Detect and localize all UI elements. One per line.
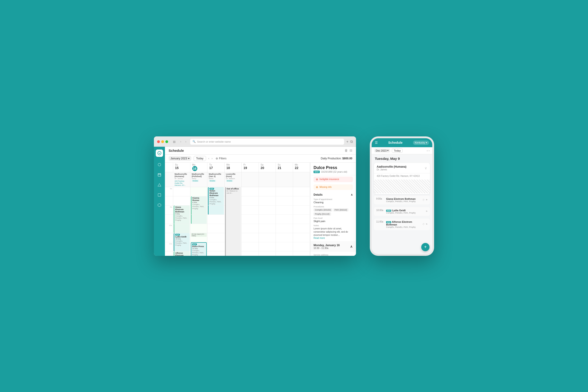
mobile-menu-icon[interactable]: ☰ xyxy=(375,141,378,144)
sidebar-icon-square[interactable] xyxy=(156,192,162,198)
chevron-down-icon: ▾ xyxy=(387,149,389,152)
address-bar[interactable]: 🔍 Search or enter website name xyxy=(190,139,344,145)
alert-missing-text: Missing info xyxy=(320,186,332,188)
time-11a: 11a xyxy=(165,242,173,252)
page-title: Schedule xyxy=(168,148,184,152)
mobile-month-selector[interactable]: Dec 2023 ▾ xyxy=(374,148,390,152)
cal-scroll[interactable]: 8a 9a 10a 11a 12p xyxy=(165,187,310,256)
browser-icons: ▤ xyxy=(172,140,176,144)
procedures-label: Procedures xyxy=(314,206,353,208)
mobile-loc-name: Aadisonville (Humana) xyxy=(377,165,406,168)
loc-extra3 xyxy=(276,172,293,187)
day-col-sa20[interactable]: Sa 20 xyxy=(259,162,276,172)
notes-label: Notes xyxy=(314,224,353,227)
proc-prophy: Prophy (D1110) xyxy=(314,212,331,216)
time-830 xyxy=(165,196,173,206)
mobile-location[interactable]: Kentucky ▾ xyxy=(413,140,429,145)
appt-out-of-office[interactable]: Out of office Dr. Watson is out of... xyxy=(225,187,241,256)
month-selector[interactable]: January 2023 ▾ xyxy=(168,156,191,161)
mobile-toolbar: Dec 2023 ▾ Today ‹ › xyxy=(372,147,432,154)
sidebar-icon-triangle[interactable] xyxy=(156,182,162,188)
col-sa20 xyxy=(259,187,276,256)
prev-week-icon[interactable]: ‹ xyxy=(208,156,209,160)
layout-icon[interactable]: ⊟ xyxy=(350,148,352,152)
filters-button[interactable]: ⊜ Filters xyxy=(216,157,226,160)
today-button[interactable]: Today xyxy=(194,156,206,161)
new-badge: NEW xyxy=(386,210,391,212)
back-arrow-icon[interactable]: ‹ xyxy=(179,140,183,144)
mobile-loc-doc: Dr. James xyxy=(377,168,406,171)
day-col-su21[interactable]: Su 21 xyxy=(276,162,293,172)
sidebar-toggle-icon[interactable]: ▤ xyxy=(172,140,176,144)
mobile-appt-lydia[interactable]: 10:00a NEWLydia Geidt CompEx, PerioEx, F… xyxy=(374,207,430,216)
mobile-screen: ☰ Schedule Kentucky ▾ Dec 2023 ▾ Today ‹… xyxy=(372,138,432,254)
filter-icon: ⊜ xyxy=(216,157,218,160)
maximize-button[interactable] xyxy=(166,140,168,143)
mobile-prev-icon[interactable]: ‹ xyxy=(427,149,428,152)
production-label: Daily Production: $800.00 xyxy=(321,157,352,160)
mobile-next-icon[interactable]: › xyxy=(428,149,430,152)
appt-alfonso[interactable]: Alfonso Ekstrom Bothman 11:00a CompEx, P… xyxy=(174,252,190,256)
procedures-tags: CompEx (D0150) FMX (D0210) Prophy (D1110… xyxy=(314,208,353,216)
day-col-fr19[interactable]: Fr 19 xyxy=(242,162,259,172)
sidebar-icon-home[interactable] xyxy=(156,162,162,168)
sidebar-icon-calendar[interactable] xyxy=(156,172,162,178)
collapse-appt-icon[interactable]: ∧ xyxy=(350,244,353,249)
add-fab-button[interactable]: + xyxy=(421,243,430,251)
alert-missing-info[interactable]: ⊗ Missing info xyxy=(314,184,353,190)
day-col-mo16[interactable]: Mo 16 xyxy=(190,162,208,172)
collapse-icon[interactable]: ∧ xyxy=(351,193,353,196)
details-section-header: Details ∧ xyxy=(314,193,353,196)
day-col-mo22[interactable]: Mo 22 xyxy=(293,162,310,172)
location-headers: Madisonville (Humana) Dr. James 420 Fact… xyxy=(165,172,310,187)
time-930 xyxy=(165,215,173,224)
sidebar-icon-hex[interactable] xyxy=(156,202,162,208)
next-week-icon[interactable]: › xyxy=(212,156,212,160)
alert-insurance-text: Ineligible insurance xyxy=(320,178,339,180)
loc-extra2 xyxy=(259,172,276,187)
add-tab-icon[interactable]: + xyxy=(346,140,348,144)
svg-marker-7 xyxy=(158,204,161,206)
forward-arrow-icon[interactable]: › xyxy=(184,140,188,144)
traffic-lights xyxy=(157,140,168,143)
day-col-tu17[interactable]: Tu 17 xyxy=(208,162,225,172)
sidebar xyxy=(154,147,165,256)
day-col-su15[interactable]: Su 15 xyxy=(173,162,190,172)
duplicate-icon[interactable]: ⧉ xyxy=(350,140,353,144)
alert-ineligible-insurance[interactable]: ⊗ Ineligible insurance xyxy=(314,176,353,182)
proc-fmx: FMX (D0210) xyxy=(333,208,348,212)
loc-polished: Madisonville (Polished) Stacy Mobile xyxy=(190,172,208,187)
proc-compex: CompEx (D0150) xyxy=(314,208,332,212)
minimize-button[interactable] xyxy=(161,140,164,143)
mobile-appt-alfonso[interactable]: 11:00a NEWAlfonso Ekstrom Bothman CompEx… xyxy=(374,218,430,230)
col-mo22 xyxy=(293,187,310,256)
mobile-title: Schedule xyxy=(388,141,402,144)
time-8a: 8a xyxy=(165,187,173,196)
desktop-browser: ▤ ‹ › 🔍 Search or enter website name + ⧉ xyxy=(154,136,356,256)
clock-icon: ⏱ xyxy=(422,223,425,226)
appt-date-section: Monday, January 16 10:30 - 11:30a ∧ xyxy=(310,242,356,252)
alert-orange-icon: ⊗ xyxy=(316,186,318,189)
alert-red-icon: ⊗ xyxy=(316,178,318,181)
read-more-link[interactable]: Read more xyxy=(314,237,353,239)
mobile-device: ☰ Schedule Kentucky ▾ Dec 2023 ▾ Today ‹… xyxy=(370,136,434,256)
loc-humana: Madisonville (Humana) Dr. James 420 Fact… xyxy=(173,172,190,187)
browser-chrome: ▤ ‹ › 🔍 Search or enter website name + ⧉ xyxy=(154,136,356,147)
close-button[interactable] xyxy=(157,140,160,143)
time-1130 xyxy=(165,252,173,256)
day-headers: Su 15 Mo 16 Tu 17 xyxy=(165,162,310,172)
col-su15: Giana Ekstrom Bothman 9:00a CompEx, Peri… xyxy=(173,187,190,256)
appt-date: Monday, January 16 xyxy=(314,244,340,247)
address-section: Service address 123 Main St Madisonville… xyxy=(310,252,356,256)
mobile-loc-header[interactable]: Aadisonville (Humana) Dr. James ∨ xyxy=(374,163,430,174)
nav-arrows: ‹ › xyxy=(179,140,188,144)
appt-time-range: 10:30 - 11:30a xyxy=(314,247,340,250)
trash-icon[interactable]: 🗑 xyxy=(344,148,348,152)
flag-icon: ⚑ xyxy=(426,210,428,213)
app-logo[interactable] xyxy=(156,150,163,157)
col-tu17: Nolan Ekstrom Bothman 8:00a CompEx, Peri… xyxy=(208,187,225,256)
day-col-we18[interactable]: We 18 xyxy=(225,162,242,172)
mobile-appt-giana[interactable]: 9:00a Giana Ekstrom Bothman CompEx, Peri… xyxy=(374,196,430,204)
mobile-today-button[interactable]: Today xyxy=(392,148,403,153)
flag-icon: ⚑ xyxy=(426,223,428,226)
